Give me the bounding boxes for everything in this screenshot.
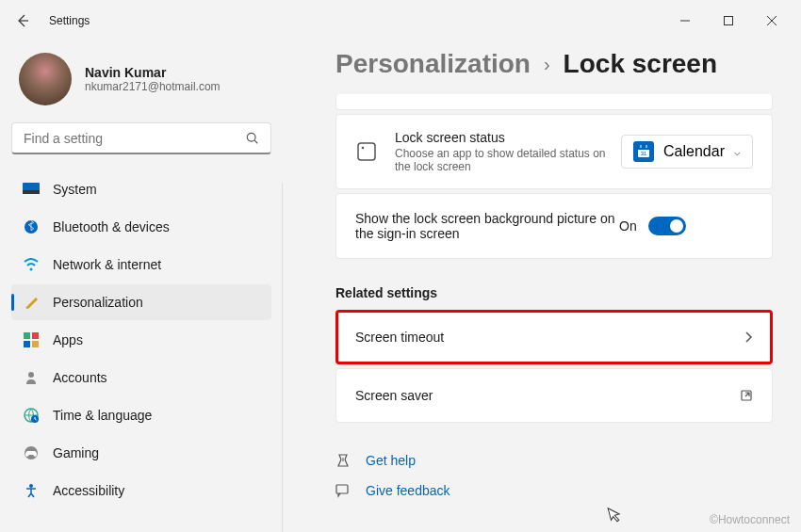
dropdown-value: Calendar (663, 143, 725, 160)
sidebar-item-label: Personalization (53, 295, 143, 310)
footer-link-label: Give feedback (366, 483, 450, 498)
main-content: Personalization › Lock screen Lock scree… (283, 41, 801, 532)
gaming-icon (23, 444, 40, 461)
wifi-icon (23, 256, 40, 273)
svg-rect-13 (32, 341, 39, 347)
svg-rect-19 (358, 143, 375, 160)
card-partial (335, 94, 773, 110)
search-input[interactable] (24, 131, 246, 146)
chevron-down-icon: ⌵ (734, 146, 741, 158)
apps-icon (23, 331, 40, 348)
avatar (19, 53, 72, 105)
sidebar-item-label: Network & internet (53, 257, 161, 272)
sidebar: Navin Kumar nkumar2171@hotmail.com Syste… (0, 41, 283, 532)
sidebar-item-label: Accessibility (53, 483, 124, 498)
sidebar-item-personalization[interactable]: Personalization (11, 284, 271, 320)
signin-toggle-card: Show the lock screen background picture … (335, 193, 773, 259)
svg-rect-11 (32, 332, 39, 339)
app-dropdown[interactable]: 31 Calendar ⌵ (621, 135, 753, 169)
get-help-link[interactable]: Get help (335, 445, 773, 476)
profile-email: nkumar2171@hotmail.com (85, 80, 221, 93)
toggle-label: Show the lock screen background picture … (355, 211, 619, 241)
toggle-switch[interactable] (648, 217, 686, 235)
footer-link-label: Get help (366, 453, 416, 468)
sidebar-item-bluetooth[interactable]: Bluetooth & devices (11, 209, 271, 245)
sidebar-item-accounts[interactable]: Accounts (11, 360, 271, 395)
system-icon (23, 181, 40, 198)
sidebar-item-label: Bluetooth & devices (53, 219, 170, 234)
link-label: Screen saver (355, 388, 740, 403)
svg-rect-22 (638, 147, 649, 150)
watermark: ©Howtoconnect (710, 513, 790, 526)
search-box[interactable] (11, 122, 271, 154)
svg-rect-12 (24, 341, 30, 347)
related-heading: Related settings (335, 285, 773, 300)
toggle-state: On (619, 218, 637, 234)
svg-point-14 (28, 372, 34, 378)
sidebar-item-accessibility[interactable]: Accessibility (11, 473, 271, 508)
profile-name: Navin Kumar (85, 65, 221, 80)
svg-point-9 (30, 268, 33, 271)
search-icon (246, 132, 259, 145)
sidebar-item-label: System (53, 182, 97, 197)
minimize-button[interactable] (663, 6, 707, 36)
maximize-button[interactable] (707, 6, 750, 36)
svg-point-4 (247, 133, 255, 141)
sidebar-item-label: Gaming (53, 445, 99, 460)
link-label: Screen timeout (355, 330, 744, 345)
lock-status-card: Lock screen status Choose an app to show… (335, 114, 773, 189)
svg-point-18 (29, 484, 33, 488)
breadcrumb-current: Lock screen (564, 49, 717, 79)
sidebar-item-label: Apps (53, 332, 83, 347)
svg-rect-28 (336, 485, 348, 493)
back-button[interactable] (8, 6, 38, 36)
globe-icon (23, 407, 40, 424)
sidebar-item-time[interactable]: Time & language (11, 397, 271, 433)
profile-block[interactable]: Navin Kumar nkumar2171@hotmail.com (11, 41, 271, 122)
chevron-right-icon (744, 330, 753, 344)
person-icon (23, 369, 40, 386)
svg-rect-10 (24, 332, 30, 339)
card-desc: Choose an app to show detailed status on… (395, 147, 621, 173)
give-feedback-link[interactable]: Give feedback (335, 476, 773, 506)
sidebar-item-label: Time & language (53, 408, 152, 423)
status-icon (355, 140, 378, 163)
svg-rect-7 (23, 190, 40, 194)
maximize-icon (724, 16, 733, 25)
sidebar-item-gaming[interactable]: Gaming (11, 435, 271, 471)
breadcrumb: Personalization › Lock screen (335, 49, 773, 79)
sidebar-item-label: Accounts (53, 370, 107, 385)
accessibility-icon (23, 482, 40, 499)
sidebar-item-system[interactable]: System (11, 171, 271, 207)
card-title: Lock screen status (395, 130, 621, 145)
feedback-icon (335, 483, 352, 498)
bluetooth-icon (23, 218, 40, 235)
external-link-icon (740, 389, 753, 402)
sidebar-item-apps[interactable]: Apps (11, 322, 271, 358)
breadcrumb-parent[interactable]: Personalization (335, 49, 531, 79)
calendar-icon: 31 (633, 141, 654, 162)
svg-text:31: 31 (641, 151, 647, 156)
sidebar-item-network[interactable]: Network & internet (11, 247, 271, 282)
screen-timeout-link[interactable]: Screen timeout (335, 310, 773, 364)
svg-point-27 (342, 458, 344, 459)
screen-saver-link[interactable]: Screen saver (335, 368, 773, 423)
close-icon (767, 16, 776, 25)
minimize-icon (680, 16, 690, 25)
arrow-left-icon (15, 13, 30, 28)
svg-line-5 (254, 140, 257, 143)
help-icon (335, 453, 352, 468)
svg-rect-1 (725, 17, 733, 25)
window-title: Settings (49, 14, 90, 27)
brush-icon (23, 294, 40, 311)
chevron-right-icon: › (544, 54, 550, 75)
close-button[interactable] (750, 6, 793, 36)
svg-point-20 (362, 147, 365, 150)
